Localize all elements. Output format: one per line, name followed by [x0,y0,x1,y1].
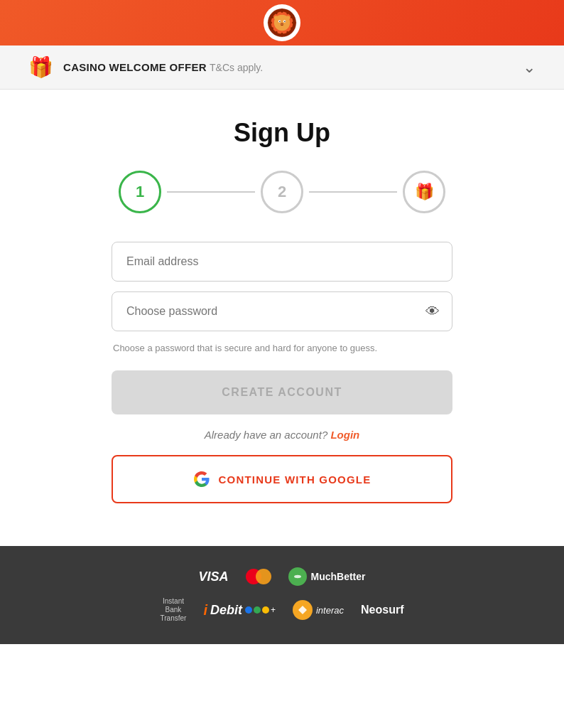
svg-rect-11 [268,22,272,24]
welcome-banner[interactable]: 🎁 CASINO WELCOME OFFER T&Cs apply. ⌄ [0,46,564,90]
main-content: Sign Up 1 2 🎁 👁 Choose a password that i… [0,90,564,546]
logo [264,4,300,41]
form-container: 👁 Choose a password that is secure and h… [112,242,452,503]
step-1: 1 [119,171,161,213]
mastercard-logo [246,569,271,584]
instant-bank-transfer-logo: InstantBankTransfer [161,597,187,623]
welcome-offer-text: CASINO WELCOME OFFER T&Cs apply. [63,61,263,73]
footer: VISA MuchBetter InstantBankTransfer i De… [0,546,564,644]
continue-with-google-button[interactable]: CONTINUE WITH GOOGLE [112,455,452,503]
visa-logo: VISA [198,569,228,584]
page-title: Sign Up [234,118,330,148]
password-input[interactable] [112,291,452,331]
google-icon [193,471,210,488]
chevron-down-icon[interactable]: ⌄ [523,58,536,77]
payment-row-2: InstantBankTransfer i Debit + interac Ne… [161,597,404,623]
debit-icons: + [245,605,276,615]
neosurf-logo: Neosurf [361,604,403,616]
idebit-logo: i Debit + [203,602,276,619]
google-button-label: CONTINUE WITH GOOGLE [219,473,372,486]
muchbetter-icon [288,567,307,586]
already-text: Already have an account? [205,429,327,441]
svg-rect-8 [281,33,283,37]
login-link[interactable]: Login [330,429,359,441]
payment-row-1: VISA MuchBetter [198,567,365,586]
svg-point-19 [281,23,283,25]
password-hint: Choose a password that is secure and har… [112,343,452,353]
svg-point-21 [286,16,291,20]
step-line-1 [167,191,255,193]
svg-point-20 [274,16,278,20]
svg-point-18 [284,21,286,22]
email-input[interactable] [112,242,452,282]
step-3-gift: 🎁 [403,171,445,213]
interac-logo: interac [293,600,344,620]
gift-icon: 🎁 [28,55,53,79]
password-wrapper: 👁 [112,291,452,331]
step-line-2 [309,191,397,193]
header [0,0,564,46]
svg-point-17 [279,21,281,22]
svg-rect-2 [281,9,283,13]
welcome-left: 🎁 CASINO WELCOME OFFER T&Cs apply. [28,55,263,79]
svg-rect-5 [292,22,296,24]
svg-marker-22 [298,606,307,614]
create-account-button[interactable]: CREATE ACCOUNT [112,370,452,414]
already-have-account: Already have an account? Login [112,429,452,441]
step-2: 2 [261,171,303,213]
muchbetter-logo: MuchBetter [288,567,366,586]
interac-icon [293,600,313,620]
steps-container: 1 2 🎁 [119,171,445,213]
toggle-password-icon[interactable]: 👁 [425,304,440,320]
muchbetter-text: MuchBetter [311,571,366,582]
